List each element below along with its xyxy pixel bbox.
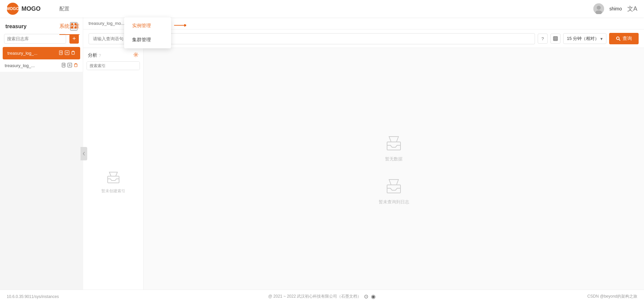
dropdown-instance[interactable]: 实例管理 (124, 19, 171, 33)
sidebar-wrapper: treasury (0, 17, 83, 290)
sidebar-item-1-name: treasury_log_... (7, 51, 59, 56)
sidebar-item-1-actions (59, 50, 75, 56)
user-avatar (593, 3, 604, 14)
nav-settings[interactable]: 系统设置 (54, 17, 85, 35)
circle-icon[interactable]: ◉ (371, 293, 376, 300)
empty-index-text: 暂未创建索引 (101, 188, 125, 194)
delete-icon-2[interactable] (73, 63, 78, 68)
sidebar-search-input[interactable] (4, 34, 66, 43)
dropdown-menu: 实例管理 集群管理 (124, 17, 171, 48)
sidebar-search-wrap: + (0, 34, 83, 47)
sidebar-item-2[interactable]: treasury_log_... (0, 59, 83, 72)
sidebar-item-2-actions (61, 63, 78, 68)
footer-copyright: @ 2021 ~ 2022 武汉初心科技有限公司（石墨文档） (268, 294, 362, 299)
svg-rect-18 (62, 63, 65, 67)
svg-point-30 (616, 37, 619, 40)
svg-line-31 (619, 40, 621, 41)
empty-no-log-label: 暂未查询到日志 (379, 199, 409, 205)
sidebar-collapse-button[interactable] (80, 147, 87, 160)
right-panel: 暂无数据 暂未查询到日志 (144, 48, 644, 290)
query-help-button[interactable]: ? (538, 34, 548, 44)
main-nav: 日志 配置 系统设置 (54, 0, 85, 35)
file-icon-1[interactable] (59, 50, 63, 56)
left-panel-empty: 暂未创建索引 (83, 73, 143, 290)
dropdown-cluster[interactable]: 集群管理 (124, 33, 171, 47)
svg-rect-37 (387, 185, 400, 193)
footer-right-text: CSDN @beyond的架构之旅 (587, 294, 637, 299)
breadcrumb-text: treasury_log_mo... (89, 21, 125, 26)
github-icon[interactable]: ⊙ (364, 293, 368, 300)
no-log-icon (384, 175, 404, 196)
header: MOGO MOGO 日志 配置 系统设置 实例管理 集 (0, 0, 644, 17)
dropdown-arrow-icon (174, 22, 186, 29)
logo-icon: MOGO (7, 3, 19, 15)
svg-rect-35 (108, 176, 119, 183)
content-area: treasury_log_mo... ? 15 分钟（相对） ▾ (83, 17, 644, 290)
help-circle-icon[interactable]: ? (99, 53, 101, 58)
footer: 10.6.0.35:9011/sys/instances @ 2021 ~ 20… (0, 290, 644, 303)
user-name: shimo (609, 6, 622, 11)
analysis-title: 分析 ? (88, 52, 101, 58)
chevron-down-icon: ▾ (600, 36, 603, 41)
footer-center: @ 2021 ~ 2022 武汉初心科技有限公司（石墨文档） ⊙ ◉ (268, 293, 376, 300)
sidebar-title: treasury (5, 23, 26, 30)
svg-point-32 (135, 54, 137, 56)
svg-rect-24 (74, 64, 77, 67)
left-panel-header: 分析 ? (83, 48, 143, 61)
index-search-input[interactable] (87, 62, 140, 70)
empty-no-data-label: 暂无数据 (385, 156, 402, 162)
sidebar-item-1[interactable]: treasury_log_... (3, 47, 80, 59)
settings-icon[interactable] (133, 52, 139, 59)
query-button[interactable]: 查询 (609, 33, 639, 44)
empty-no-log-block: 暂未查询到日志 (379, 175, 409, 205)
no-data-icon (384, 133, 404, 153)
svg-rect-17 (72, 52, 74, 54)
query-table-button[interactable] (550, 34, 560, 44)
svg-rect-36 (387, 142, 400, 150)
sidebar-item-2-name: treasury_log_... (5, 63, 61, 68)
svg-rect-11 (59, 51, 62, 55)
analysis-area: 分析 ? (83, 48, 644, 290)
left-panel-search-box (87, 61, 140, 70)
app-title: MOGO (21, 5, 41, 12)
sidebar-list: treasury_log_... (0, 47, 83, 72)
edit-icon-1[interactable] (65, 50, 69, 56)
main-area: treasury (0, 17, 644, 290)
footer-left-text: 10.6.0.35:9011/sys/instances (7, 294, 59, 299)
sidebar-search-box (4, 34, 66, 44)
edit-icon-2[interactable] (67, 63, 72, 68)
nav-config[interactable]: 配置 (54, 0, 85, 17)
left-panel: 分析 ? (83, 48, 144, 290)
logo-area: MOGO MOGO (7, 3, 41, 15)
header-right: shimo 文A (593, 3, 637, 14)
time-selector[interactable]: 15 分钟（相对） ▾ (563, 33, 606, 44)
empty-no-data-block: 暂无数据 (384, 133, 404, 162)
svg-rect-25 (553, 37, 557, 41)
svg-point-3 (597, 6, 601, 10)
sidebar-add-button[interactable]: + (69, 34, 79, 44)
lang-button[interactable]: 文A (627, 5, 637, 13)
delete-icon-1[interactable] (71, 50, 75, 56)
empty-index-icon (105, 169, 122, 186)
file-icon-2[interactable] (61, 63, 66, 68)
